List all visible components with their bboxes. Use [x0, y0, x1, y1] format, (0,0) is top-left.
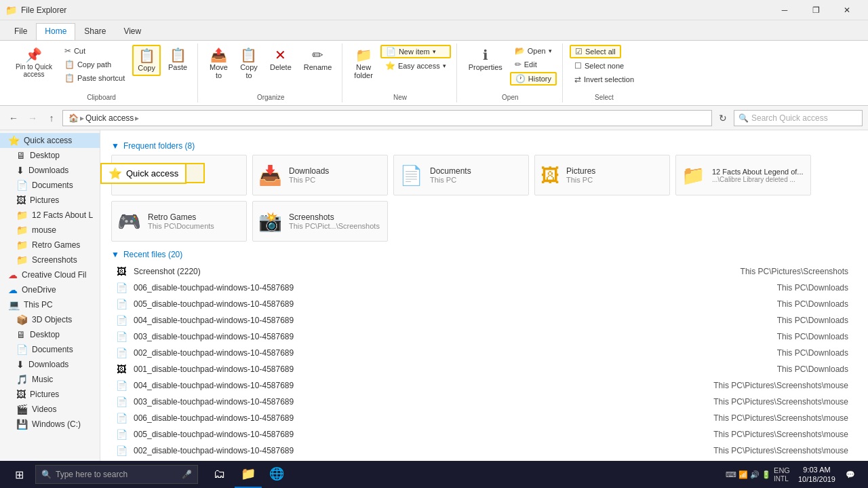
invert-label: Invert selection: [584, 75, 634, 83]
frequent-folders-header[interactable]: ▼ Frequent folders (8): [111, 141, 857, 151]
back-button[interactable]: ←: [5, 110, 22, 126]
up-button[interactable]: ↑: [43, 110, 60, 126]
history-button[interactable]: 🕐 History: [510, 72, 557, 86]
copy-button[interactable]: 📋 Copy: [132, 45, 161, 76]
sidebar-item-videos[interactable]: 🎬 Videos: [0, 402, 100, 417]
sidebar-item-downloads[interactable]: ⬇ Downloads: [0, 163, 100, 178]
file-row-005m[interactable]: 📄 005_disable-touchpad-windows-10-458768…: [111, 426, 857, 443]
sidebar-item-retrogames[interactable]: 📁 Retro Games: [0, 238, 100, 252]
12facts-path: ...\Calibre Library deleted ...: [712, 176, 804, 183]
sidebar-item-downloads2[interactable]: ⬇ Downloads: [0, 357, 100, 372]
file-row-003[interactable]: 📄 003_disable-touchpad-windows-10-458768…: [111, 329, 857, 345]
file-row-006m[interactable]: 📄 006_disable-touchpad-windows-10-458768…: [111, 410, 857, 426]
cut-button[interactable]: ✂ Cut: [60, 45, 130, 57]
select-none-button[interactable]: ☐ Select none: [570, 60, 629, 72]
file-row-002[interactable]: 📄 002_disable-touchpad-windows-10-458768…: [111, 345, 857, 361]
pin-to-quick-access-button[interactable]: 📌 Pin to Quickaccess: [11, 45, 57, 81]
folder-tile-documents[interactable]: 📄 Documents This PC: [393, 155, 529, 195]
file-006m-location: This PC\Pictures\Screenshots\mouse: [664, 413, 854, 423]
sidebar-item-creative-cloud[interactable]: ☁ Creative Cloud Fil: [0, 267, 100, 282]
folder-tile-downloads[interactable]: 📥 Downloads This PC: [252, 155, 388, 195]
start-button[interactable]: ⊞: [5, 461, 33, 488]
paste-shortcut-label: Paste shortcut: [77, 74, 125, 82]
rename-button[interactable]: ✏ Rename: [299, 45, 337, 75]
file-row-006[interactable]: 📄 006_disable-touchpad-windows-10-458768…: [111, 280, 857, 296]
sidebar-item-screenshots[interactable]: 📁 Screenshots: [0, 252, 100, 267]
move-to-button[interactable]: 📤 Moveto: [205, 45, 233, 83]
tab-file[interactable]: File: [5, 23, 36, 40]
retrogames-path: This PC\Documents: [148, 222, 214, 230]
paste-shortcut-button[interactable]: 📋 Paste shortcut: [60, 72, 130, 84]
sidebar-item-desktop[interactable]: 🖥 Desktop: [0, 148, 100, 163]
sidebar-item-pictures[interactable]: 🖼 Pictures: [0, 193, 100, 208]
refresh-button[interactable]: ↻: [715, 110, 731, 126]
screenshot-file-name: Screenshot (2220): [134, 267, 664, 276]
file-row-001[interactable]: 🖼 001_disable-touchpad-windows-10-458768…: [111, 361, 857, 377]
file-row-003m[interactable]: 📄 003_disable-touchpad-windows-10-458768…: [111, 394, 857, 410]
sidebar-label-screenshots: Screenshots: [32, 255, 77, 265]
search-icon: 🔍: [738, 113, 749, 123]
sidebar-item-documents2[interactable]: 📄 Documents: [0, 342, 100, 357]
sidebar-item-pictures2[interactable]: 🖼 Pictures: [0, 387, 100, 402]
maximize-button[interactable]: ❐: [800, 0, 831, 20]
tab-view[interactable]: View: [115, 23, 150, 40]
sidebar-item-3d-objects[interactable]: 📦 3D Objects: [0, 312, 100, 327]
paste-shortcut-icon: 📋: [64, 74, 75, 82]
taskbar-search[interactable]: 🔍 Type here to search 🎤: [35, 465, 198, 484]
sidebar-item-music[interactable]: 🎵 Music: [0, 372, 100, 387]
minimize-button[interactable]: ─: [769, 0, 800, 20]
taskview-button[interactable]: 🗂: [206, 461, 233, 488]
sidebar-item-12facts[interactable]: 📁 12 Facts About L: [0, 208, 100, 223]
open-button[interactable]: 📂 Open ▾: [510, 45, 557, 57]
sidebar-label-3dobjects: 3D Objects: [32, 315, 72, 324]
easy-access-button[interactable]: ⭐ Easy access ▾: [380, 60, 451, 72]
file-001-name: 001_disable-touchpad-windows-10-4587689: [134, 364, 664, 374]
rename-label: Rename: [304, 63, 332, 71]
sidebar-item-windows-c[interactable]: 💾 Windows (C:): [0, 417, 100, 432]
folder-tile-pictures[interactable]: 🖼 Pictures This PC: [534, 155, 670, 195]
tab-home[interactable]: Home: [36, 23, 75, 40]
file-row-002m[interactable]: 📄 002_disable-touchpad-windows-10-458768…: [111, 443, 857, 459]
properties-button[interactable]: ℹ Properties: [464, 45, 507, 75]
file-row-004m[interactable]: 📄 004_disable-touchpad-windows-10-458768…: [111, 377, 857, 394]
file-row-005[interactable]: 📄 005_disable-touchpad-windows-10-458768…: [111, 296, 857, 312]
invert-selection-button[interactable]: ⇄ Invert selection: [570, 73, 639, 86]
new-item-button[interactable]: 📄 New item ▾: [380, 45, 451, 58]
sidebar-item-documents[interactable]: 📄 Documents: [0, 178, 100, 193]
forward-button[interactable]: →: [24, 110, 41, 126]
search-box[interactable]: 🔍 Search Quick access: [734, 110, 863, 126]
file-explorer-taskbar-button[interactable]: 📁: [235, 461, 262, 488]
notification-button[interactable]: 💬: [838, 461, 863, 488]
copy-to-button[interactable]: 📋 Copyto: [235, 45, 262, 83]
sidebar-item-onedrive[interactable]: ☁ OneDrive: [0, 282, 100, 297]
file-row-screenshot[interactable]: 🖼 Screenshot (2220) This PC\Pictures\Scr…: [111, 263, 857, 280]
sidebar-item-this-pc[interactable]: 💻 This PC: [0, 297, 100, 312]
edit-button[interactable]: ✏ Edit: [510, 58, 557, 71]
pin-label: Pin to Quickaccess: [16, 63, 52, 78]
select-all-button[interactable]: ☑ Select all: [570, 45, 621, 58]
sidebar-item-desktop2[interactable]: 🖥 Desktop: [0, 327, 100, 342]
new-folder-button[interactable]: 📁 Newfolder: [349, 45, 378, 83]
desktop-folder-path: OneDrive: [143, 176, 174, 184]
copy-path-button[interactable]: 📋 Copy path: [60, 58, 130, 71]
file-row-004[interactable]: 📄 004_disable-touchpad-windows-10-458768…: [111, 312, 857, 329]
sidebar-label-desktop: Desktop: [30, 151, 60, 160]
file-002-icon: 📄: [115, 348, 128, 358]
folder-tile-retrogames[interactable]: 🎮 Retro Games This PC\Documents: [111, 201, 247, 242]
paste-button[interactable]: 📋 Paste: [163, 45, 192, 75]
videos-icon: 🎬: [16, 404, 28, 415]
tab-share[interactable]: Share: [75, 23, 115, 40]
delete-button[interactable]: ✕ Delete: [265, 45, 296, 75]
folder-tile-12facts[interactable]: 📁 12 Facts About Legend of... ...\Calibr…: [675, 155, 811, 195]
folder-tile-screenshots[interactable]: 📸 Screenshots This PC\Pict...\Screenshot…: [252, 201, 388, 242]
chrome-taskbar-button[interactable]: 🌐: [263, 461, 290, 488]
new-folder-icon: 📁: [355, 48, 372, 62]
recent-files-header[interactable]: ▼ Recent files (20): [111, 250, 857, 259]
sidebar-item-quick-access[interactable]: ⭐ Quick access: [0, 133, 100, 148]
close-button[interactable]: ✕: [831, 0, 863, 20]
sidebar-item-mouse[interactable]: 📁 mouse: [0, 223, 100, 238]
creative-cloud-icon: ☁: [8, 269, 18, 280]
folder-tile-desktop[interactable]: 🖥 Desktop OneDrive ⟳: [111, 155, 247, 195]
address-path[interactable]: 🏠 ▸ Quick access ▸: [62, 110, 712, 126]
pictures-folder-path: This PC: [566, 176, 595, 184]
